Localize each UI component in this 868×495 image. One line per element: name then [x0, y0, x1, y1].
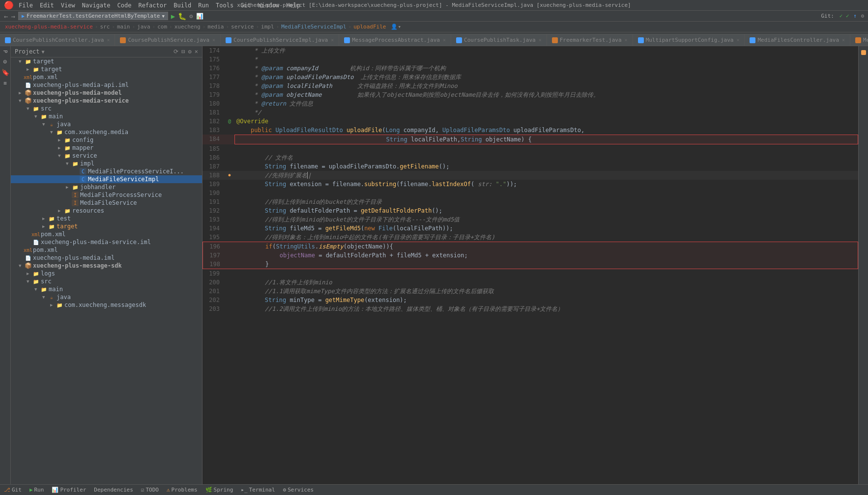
tree-item-process-svc-impl[interactable]: ▶ C MediaFileProcessServiceI...: [11, 167, 202, 175]
bc-media[interactable]: media: [207, 24, 224, 30]
tree-item-pom2[interactable]: ▶ xml pom.xml: [11, 230, 202, 238]
bc-method[interactable]: uploadFile: [353, 24, 386, 30]
tree-item-resources[interactable]: ▶ 📁 resources: [11, 207, 202, 215]
coverage-btn[interactable]: ⚙: [189, 13, 193, 20]
spring-icon: 🌿: [205, 487, 212, 493]
project-icon[interactable]: P: [1, 48, 9, 55]
tree-item-messagesdk[interactable]: ▶ 📁 com.xuecheng.messagesdk: [11, 301, 202, 309]
run-config-dropdown[interactable]: ▶ FreemarkerTest.testGenerateHtmlByTempl…: [18, 12, 168, 20]
tab-course-publish-task[interactable]: CoursePublishTask.java ×: [451, 34, 547, 46]
tree-item-jobhandler[interactable]: ▶ 📁 jobhandler: [11, 183, 202, 191]
menu-run[interactable]: Run: [198, 2, 209, 9]
tree-item-java[interactable]: ▼ ☕ java: [11, 120, 202, 128]
code-editor[interactable]: 174 * 上传文件 175 * 176 * @param companyId …: [203, 46, 858, 484]
git-tool-item[interactable]: ⎇ Git: [2, 487, 24, 493]
tree-item-pom3[interactable]: ▶ xml pom.xml: [11, 246, 202, 254]
code-line-195: 195 //得到对象名：上传到minio中起的文件名(有子目录的需要写子目录：子…: [203, 233, 858, 242]
tree-item-config[interactable]: ▶ 📁 config: [11, 136, 202, 144]
bookmarks-icon[interactable]: 🔖: [1, 68, 10, 77]
project-tree: ▼ 📁 target ▶ 📁 target ▶ xml pom.xml ▶ 📄 …: [11, 57, 202, 484]
tab-close-5[interactable]: ×: [539, 37, 542, 43]
menu-tools[interactable]: Tools: [216, 2, 233, 9]
structure-icon[interactable]: ≡: [1, 79, 10, 87]
run-tool-item[interactable]: ▶ Run: [28, 487, 46, 493]
close-panel-icon[interactable]: ×: [195, 48, 198, 55]
tree-item-src2[interactable]: ▼ 📁 src: [11, 277, 202, 285]
profile-btn[interactable]: 📊: [196, 13, 203, 20]
bc-impl[interactable]: impl: [261, 24, 274, 30]
tree-item-file-svc-impl[interactable]: ▶ C MediaFileServiceImpl: [11, 175, 202, 183]
problems-tool-item[interactable]: ⚠ Problems: [165, 487, 200, 493]
tree-item[interactable]: ▶ 📁 target: [11, 65, 202, 73]
tree-item-iml2[interactable]: ▶ 📄 xuecheng-plus-media-service.iml: [11, 238, 202, 246]
code-content[interactable]: 174 * 上传文件 175 * 176 * @param companyId …: [203, 46, 858, 484]
dependencies-tool-item[interactable]: Dependencies: [92, 487, 135, 493]
tab-close-4[interactable]: ×: [443, 37, 446, 43]
tree-item-test[interactable]: ▶ 📁 test: [11, 215, 202, 222]
commit-icon[interactable]: ⊙: [1, 57, 10, 66]
tab-close-3[interactable]: ×: [331, 37, 334, 43]
tree-item-target2[interactable]: ▶ 📁 target: [11, 222, 202, 230]
menu-code[interactable]: Code: [117, 2, 132, 9]
tree-item-service[interactable]: ▼ 📁 service: [11, 152, 202, 160]
tree-item-mapper[interactable]: ▶ 📁 mapper: [11, 144, 202, 152]
tab-close-7[interactable]: ×: [736, 37, 739, 43]
tab-course-publish-svc[interactable]: CoursePublishService.java ×: [115, 34, 221, 46]
tree-item-main2[interactable]: ▼ 📁 main: [11, 285, 202, 293]
todo-tool-item[interactable]: ☑ TODO: [139, 487, 161, 493]
tree-item-com-xuecheng[interactable]: ▼ 📁 com.xuecheng.media: [11, 128, 202, 136]
back-btn[interactable]: ←: [4, 12, 8, 20]
tab-close-8[interactable]: ×: [842, 37, 845, 43]
sync-icon[interactable]: ⟳: [174, 48, 178, 55]
menu-view[interactable]: View: [61, 2, 75, 9]
bc-service[interactable]: xuecheng-plus-media-service: [5, 24, 93, 30]
tree-item[interactable]: ▼ 📁 target: [11, 57, 202, 65]
tab-close-6[interactable]: ×: [625, 37, 628, 43]
tree-item-process-interface[interactable]: ▶ I MediaFileProcessService: [11, 191, 202, 199]
folder-icon: 📁: [40, 113, 47, 120]
menu-navigate[interactable]: Navigate: [82, 2, 111, 9]
spring-tool-item[interactable]: 🌿 Spring: [203, 487, 235, 493]
menu-build[interactable]: Build: [174, 2, 191, 9]
bc-main[interactable]: main: [117, 24, 130, 30]
profiler-tool-item[interactable]: 📊 Profiler: [50, 487, 88, 493]
settings-icon[interactable]: ⚙: [188, 48, 192, 55]
menu-file[interactable]: File: [19, 2, 33, 9]
bc-src[interactable]: src: [100, 24, 110, 30]
tab-freemarker-test[interactable]: FreemarkerTest.java ×: [547, 34, 633, 46]
tab-media-files-ctrl[interactable]: MediaFilesController.java ×: [745, 34, 850, 46]
bc-java[interactable]: java: [137, 24, 150, 30]
debug-button[interactable]: 🐛: [178, 12, 186, 20]
bc-com[interactable]: com: [157, 24, 167, 30]
bc-xuecheng[interactable]: xuecheng: [174, 24, 201, 30]
tree-item-logs[interactable]: ▶ 📁 logs: [11, 270, 202, 277]
tab-course-publish-impl[interactable]: CoursePublishServiceImpl.java ×: [221, 34, 339, 46]
tree-item-media-service[interactable]: ▼ 📦 xuecheng-plus-media-service: [11, 97, 202, 105]
tab-multipart-config[interactable]: MultipartSupportConfig.java ×: [633, 34, 745, 46]
tab-close-2[interactable]: ×: [212, 37, 215, 43]
collapse-icon[interactable]: ⊟: [181, 48, 185, 55]
tree-item-file-interface[interactable]: ▶ I MediaFileService: [11, 199, 202, 207]
tree-item-main[interactable]: ▼ 📁 main: [11, 112, 202, 120]
tree-item-impl[interactable]: ▼ 📁 impl: [11, 160, 202, 167]
bc-service2[interactable]: service: [231, 24, 254, 30]
forward-btn[interactable]: →: [11, 12, 15, 20]
tree-item-msg-sdk[interactable]: ▼ 📦 xuecheng-plus-message-sdk: [11, 262, 202, 270]
run-button[interactable]: ▶: [171, 12, 175, 20]
tree-item-pom[interactable]: ▶ xml pom.xml: [11, 73, 202, 81]
terminal-tool-item[interactable]: ▸_ Terminal: [239, 487, 277, 493]
tree-item-java2[interactable]: ▼ ☕ java: [11, 293, 202, 301]
bc-class[interactable]: MediaFileServiceImpl: [281, 24, 346, 30]
services-tool-item[interactable]: ⚙ Services: [281, 487, 316, 493]
tab-msg-process[interactable]: MessageProcessAbstract.java ×: [339, 34, 451, 46]
tree-item-model[interactable]: ▶ 📦 xuecheng-plus-media-model: [11, 89, 202, 97]
tree-item-iml[interactable]: ▶ 📄 xuecheng-plus-media-api.iml: [11, 81, 202, 89]
tree-item-iml3[interactable]: ▶ 📄 xuecheng-plus-media.iml: [11, 254, 202, 262]
tab-course-publish-ctrl[interactable]: CoursePublishController.java ×: [0, 34, 115, 46]
code-line-194: 194 String fileMd5 = getFileMd5(new File…: [203, 224, 858, 233]
menu-edit[interactable]: Edit: [40, 2, 54, 9]
tab-media-file-svc[interactable]: MediaFileService.java ×: [850, 34, 868, 46]
tab-close-1[interactable]: ×: [107, 37, 110, 43]
menu-refactor[interactable]: Refactor: [138, 2, 167, 9]
tree-item-src[interactable]: ▼ 📁 src: [11, 105, 202, 112]
